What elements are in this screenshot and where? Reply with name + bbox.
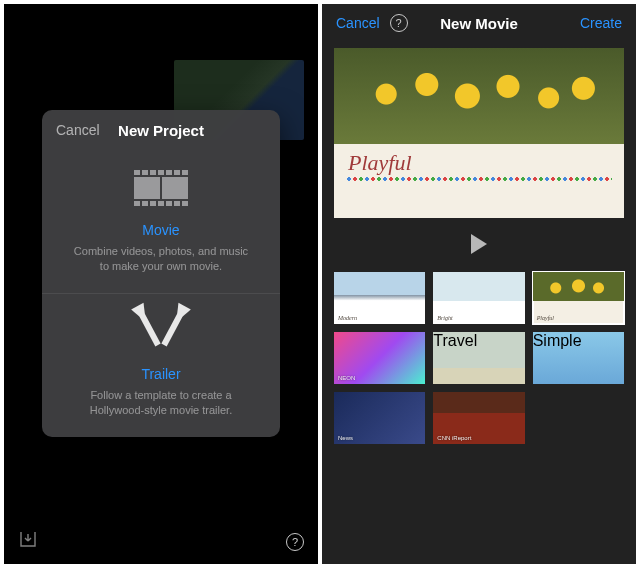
theme-thumb-playful[interactable]: Playful [533, 272, 624, 324]
modal-header: Cancel New Project [42, 110, 280, 150]
bottom-toolbar: ? [4, 518, 318, 564]
option-movie[interactable]: Movie Combine videos, photos, and music … [42, 150, 280, 293]
play-row [322, 226, 636, 272]
download-icon[interactable] [18, 529, 38, 553]
preview-theme-name: Playful [348, 150, 412, 176]
option-trailer-desc: Follow a template to create a Hollywood-… [62, 388, 260, 419]
play-icon[interactable] [471, 234, 487, 254]
new-project-modal: Cancel New Project Movie Combine videos,… [42, 110, 280, 437]
help-icon[interactable]: ? [390, 14, 408, 32]
theme-preview[interactable]: Playful [334, 48, 624, 218]
spotlights-icon [62, 304, 260, 360]
theme-thumb-travel[interactable]: Travel [433, 332, 524, 384]
theme-thumb-news[interactable]: News [334, 392, 425, 444]
screen-new-movie-themes: Cancel ? New Movie Create Playful Modern… [322, 4, 636, 564]
theme-grid: Modern Bright Playful NEON Travel Simple… [322, 272, 636, 444]
theme-thumb-modern[interactable]: Modern [334, 272, 425, 324]
theme-thumb-bright[interactable]: Bright [433, 272, 524, 324]
option-trailer-label: Trailer [62, 366, 260, 382]
option-movie-label: Movie [62, 222, 260, 238]
nav-bar: Cancel ? New Movie Create [322, 4, 636, 42]
modal-cancel-button[interactable]: Cancel [56, 122, 100, 138]
preview-decorative-dots [346, 176, 612, 182]
option-movie-desc: Combine videos, photos, and music to mak… [62, 244, 260, 275]
filmstrip-icon [62, 160, 260, 216]
help-icon[interactable]: ? [286, 532, 304, 551]
screen-new-project: ••••○ T-Mobile Wi-Fi ⚲ 10:43 AM ◀ ⦿ ⚡ 87… [4, 4, 318, 564]
preview-image [334, 48, 624, 144]
theme-thumb-neon[interactable]: NEON [334, 332, 425, 384]
theme-thumb-simple[interactable]: Simple [533, 332, 624, 384]
theme-thumb-cnn-ireport[interactable]: CNN iReport [433, 392, 524, 444]
cancel-button[interactable]: Cancel [336, 15, 380, 31]
create-button[interactable]: Create [580, 15, 622, 31]
option-trailer[interactable]: Trailer Follow a template to create a Ho… [42, 293, 280, 437]
